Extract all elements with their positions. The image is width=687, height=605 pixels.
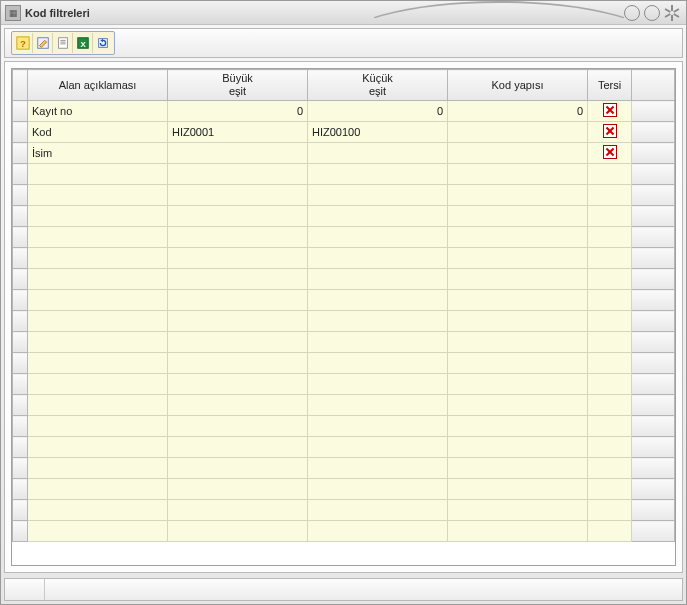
row-header[interactable] xyxy=(13,206,28,227)
cell-le[interactable]: 0 xyxy=(308,101,448,122)
cell-struct[interactable] xyxy=(448,311,588,332)
cell-desc[interactable] xyxy=(28,521,168,542)
reverse-x-icon[interactable] xyxy=(603,124,617,138)
cell-reverse[interactable] xyxy=(588,458,632,479)
maximize-button[interactable] xyxy=(644,5,660,21)
cell-reverse[interactable] xyxy=(588,500,632,521)
cell-struct[interactable] xyxy=(448,248,588,269)
row-header[interactable] xyxy=(13,332,28,353)
table-row[interactable] xyxy=(13,290,675,311)
table-row[interactable] xyxy=(13,353,675,374)
table-row[interactable] xyxy=(13,479,675,500)
cell-reverse[interactable] xyxy=(588,227,632,248)
cell-desc[interactable] xyxy=(28,437,168,458)
cell-desc[interactable] xyxy=(28,290,168,311)
row-header[interactable] xyxy=(13,227,28,248)
row-header[interactable] xyxy=(13,374,28,395)
cell-struct[interactable] xyxy=(448,353,588,374)
col-header-struct[interactable]: Kod yapısı xyxy=(448,70,588,101)
table-row[interactable] xyxy=(13,206,675,227)
cell-le[interactable] xyxy=(308,521,448,542)
cell-ge[interactable] xyxy=(168,395,308,416)
col-header-desc[interactable]: Alan açıklaması xyxy=(28,70,168,101)
cell-struct[interactable] xyxy=(448,374,588,395)
reverse-x-icon[interactable] xyxy=(603,103,617,117)
table-row[interactable] xyxy=(13,416,675,437)
cell-reverse[interactable] xyxy=(588,311,632,332)
cell-struct[interactable] xyxy=(448,122,588,143)
cell-ge[interactable] xyxy=(168,353,308,374)
minimize-button[interactable] xyxy=(624,5,640,21)
table-row[interactable] xyxy=(13,437,675,458)
cell-ge[interactable] xyxy=(168,458,308,479)
row-header[interactable] xyxy=(13,353,28,374)
cell-le[interactable] xyxy=(308,332,448,353)
cell-reverse[interactable] xyxy=(588,206,632,227)
cell-le[interactable] xyxy=(308,416,448,437)
cell-ge[interactable]: HIZ0001 xyxy=(168,122,308,143)
cell-reverse[interactable] xyxy=(588,416,632,437)
cell-desc[interactable] xyxy=(28,395,168,416)
cell-reverse[interactable] xyxy=(588,164,632,185)
cell-ge[interactable] xyxy=(168,143,308,164)
cell-ge[interactable] xyxy=(168,416,308,437)
row-header[interactable] xyxy=(13,458,28,479)
cell-desc[interactable] xyxy=(28,248,168,269)
row-header[interactable] xyxy=(13,101,28,122)
cell-reverse[interactable] xyxy=(588,143,632,164)
cell-ge[interactable] xyxy=(168,227,308,248)
help-button[interactable]: ? xyxy=(13,33,33,53)
cell-struct[interactable] xyxy=(448,500,588,521)
titlebar[interactable]: ▦ Kod filtreleri xyxy=(1,1,686,25)
cell-reverse[interactable] xyxy=(588,290,632,311)
cell-struct[interactable] xyxy=(448,269,588,290)
cell-le[interactable] xyxy=(308,353,448,374)
cell-reverse[interactable] xyxy=(588,101,632,122)
table-row[interactable]: KodHIZ0001HIZ00100 xyxy=(13,122,675,143)
cell-struct[interactable] xyxy=(448,185,588,206)
cell-le[interactable] xyxy=(308,227,448,248)
table-row[interactable] xyxy=(13,374,675,395)
table-row[interactable] xyxy=(13,227,675,248)
cell-desc[interactable] xyxy=(28,458,168,479)
cell-ge[interactable] xyxy=(168,269,308,290)
cell-ge[interactable] xyxy=(168,290,308,311)
cell-ge[interactable] xyxy=(168,437,308,458)
cell-ge[interactable] xyxy=(168,479,308,500)
cell-reverse[interactable] xyxy=(588,248,632,269)
cell-desc[interactable] xyxy=(28,500,168,521)
cell-le[interactable] xyxy=(308,269,448,290)
reverse-x-icon[interactable] xyxy=(603,145,617,159)
cell-reverse[interactable] xyxy=(588,479,632,500)
row-header[interactable] xyxy=(13,122,28,143)
cell-desc[interactable] xyxy=(28,353,168,374)
cell-desc[interactable] xyxy=(28,479,168,500)
cell-le[interactable] xyxy=(308,374,448,395)
cell-ge[interactable] xyxy=(168,332,308,353)
table-row[interactable] xyxy=(13,185,675,206)
table-row[interactable] xyxy=(13,164,675,185)
cell-reverse[interactable] xyxy=(588,437,632,458)
table-row[interactable]: İsim xyxy=(13,143,675,164)
cell-struct[interactable] xyxy=(448,437,588,458)
table-row[interactable] xyxy=(13,311,675,332)
cell-struct[interactable] xyxy=(448,332,588,353)
cell-le[interactable]: HIZ00100 xyxy=(308,122,448,143)
cell-reverse[interactable] xyxy=(588,374,632,395)
cell-desc[interactable] xyxy=(28,374,168,395)
table-row[interactable]: Kayıt no000 xyxy=(13,101,675,122)
cell-le[interactable] xyxy=(308,437,448,458)
col-header-reverse[interactable]: Tersi xyxy=(588,70,632,101)
cell-reverse[interactable] xyxy=(588,332,632,353)
row-header[interactable] xyxy=(13,311,28,332)
cell-ge[interactable] xyxy=(168,185,308,206)
edit-button[interactable] xyxy=(33,33,53,53)
cell-desc[interactable] xyxy=(28,416,168,437)
cell-ge[interactable]: 0 xyxy=(168,101,308,122)
cell-reverse[interactable] xyxy=(588,353,632,374)
cell-le[interactable] xyxy=(308,185,448,206)
cell-struct[interactable] xyxy=(448,416,588,437)
cell-le[interactable] xyxy=(308,395,448,416)
cell-ge[interactable] xyxy=(168,500,308,521)
table-row[interactable] xyxy=(13,248,675,269)
